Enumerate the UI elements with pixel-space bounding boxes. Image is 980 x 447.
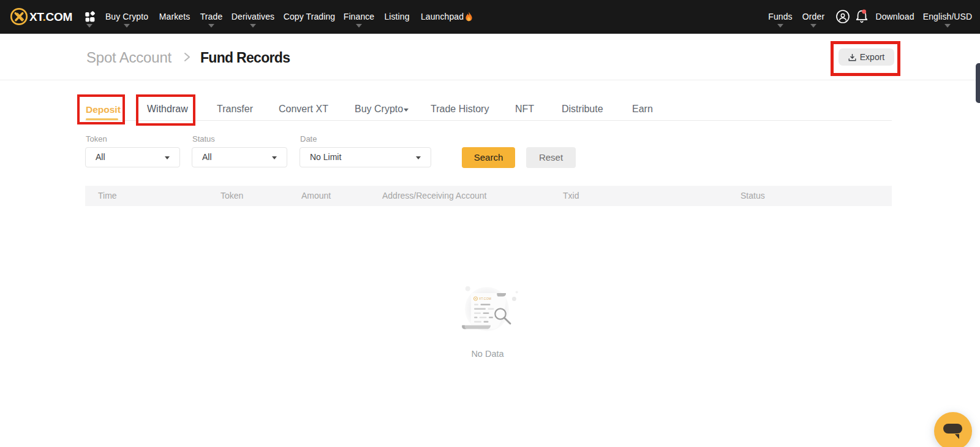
svg-text:XT.COM: XT.COM [479, 297, 491, 300]
